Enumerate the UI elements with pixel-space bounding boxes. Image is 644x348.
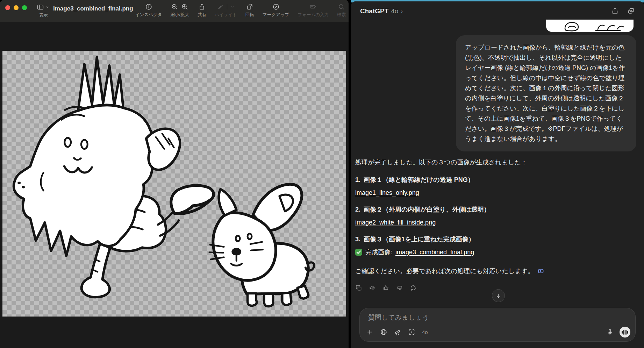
attachment-doodle bbox=[546, 20, 634, 32]
plus-icon bbox=[366, 328, 373, 336]
regenerate-icon bbox=[410, 284, 417, 291]
chevron-down-icon bbox=[45, 5, 50, 9]
zoom-in-icon[interactable] bbox=[181, 3, 188, 10]
zoom-buttons[interactable]: 縮小/拡大 bbox=[170, 2, 189, 18]
markup-button[interactable]: マークアップ bbox=[263, 2, 289, 18]
duplicate-icon bbox=[627, 7, 635, 15]
telescope-icon bbox=[394, 328, 401, 336]
share-icon bbox=[198, 3, 206, 10]
close-button[interactable] bbox=[5, 5, 10, 10]
highlight-button: ハイライト bbox=[215, 2, 237, 18]
screenshot-button[interactable] bbox=[408, 328, 415, 336]
window-title: image3_combined_final.png bbox=[53, 5, 133, 12]
attach-button[interactable] bbox=[366, 328, 373, 336]
item-title: 画像３（画像1を上に重ねた完成画像） bbox=[364, 236, 475, 243]
app-name: ChatGPT bbox=[360, 7, 388, 15]
voice-mode-button[interactable] bbox=[620, 327, 630, 338]
list-item: 2.画像２（外周の内側が白塗り、外側は透明） image2_white_fill… bbox=[355, 205, 635, 227]
cartoon-drawing bbox=[2, 51, 346, 317]
web-search-button[interactable] bbox=[380, 328, 387, 336]
rotate-button[interactable]: 回転 bbox=[245, 2, 254, 18]
share-button[interactable]: 共有 bbox=[198, 2, 206, 18]
file-link[interactable]: image1_lines_only.png bbox=[355, 189, 419, 196]
preview-window: 表示 image3_combined_final.png インスペクタ 縮小/拡… bbox=[0, 0, 349, 348]
preview-titlebar: 表示 image3_combined_final.png インスペクタ 縮小/拡… bbox=[0, 0, 349, 22]
thumbs-up-icon bbox=[382, 284, 389, 291]
transparent-image-view bbox=[2, 51, 346, 317]
arrow-down-icon bbox=[495, 293, 502, 299]
copy-icon bbox=[355, 284, 362, 291]
form-fill-button: フォームの入力 bbox=[298, 2, 329, 18]
highlight-pen-icon bbox=[217, 3, 224, 10]
preview-canvas bbox=[0, 22, 349, 348]
globe-icon bbox=[380, 328, 387, 336]
fullscreen-button[interactable] bbox=[22, 5, 27, 10]
export-icon bbox=[611, 7, 619, 15]
list-item: 1.画像１（線と輪郭線だけの透過 PNG） image1_lines_only.… bbox=[355, 175, 635, 198]
file-link[interactable]: image2_white_fill_inside.png bbox=[355, 219, 436, 226]
deep-research-button[interactable] bbox=[394, 328, 401, 336]
assistant-intro: 処理が完了しました。以下の３つの画像が生成されました： bbox=[355, 157, 635, 167]
chevron-down-icon bbox=[230, 5, 235, 9]
speaker-icon bbox=[369, 284, 376, 291]
microphone-icon bbox=[606, 328, 614, 336]
screenshot-icon bbox=[408, 328, 415, 336]
new-window-button[interactable] bbox=[627, 7, 635, 15]
zoom-out-icon[interactable] bbox=[171, 3, 178, 10]
item-title: 画像２（外周の内側が白塗り、外側は透明） bbox=[364, 206, 490, 213]
inspector-button[interactable]: インスペクタ bbox=[135, 2, 162, 18]
attachment-image-fragment[interactable] bbox=[546, 20, 634, 32]
thumbs-down-icon bbox=[396, 284, 403, 291]
sidebar-toggle-button[interactable]: 表示 bbox=[35, 2, 52, 18]
search-icon bbox=[338, 3, 345, 10]
user-message-text: アップロードされた画像から、輪郭線と線だけを元の色 (黒色)、不透明で抽出し、そ… bbox=[465, 44, 625, 142]
user-message-bubble: アップロードされた画像から、輪郭線と線だけを元の色 (黒色)、不透明で抽出し、そ… bbox=[456, 35, 636, 151]
regenerate-button[interactable] bbox=[410, 284, 417, 291]
file-link[interactable]: image3_combined_final.png bbox=[395, 247, 474, 257]
info-icon bbox=[145, 3, 152, 10]
good-response-button[interactable] bbox=[382, 284, 389, 291]
rotate-icon bbox=[246, 3, 253, 10]
toolbar-divider bbox=[227, 4, 227, 9]
preview-toolbar: インスペクタ 縮小/拡大 共有 ハイライト bbox=[135, 2, 346, 18]
dictate-button[interactable] bbox=[606, 328, 614, 336]
chatgpt-window: ChatGPT 4o › アップロードされた画像から、輪郭線と線だけを元の色 (… bbox=[351, 1, 644, 348]
model-switcher[interactable]: ChatGPT 4o › bbox=[360, 7, 403, 15]
scroll-to-bottom-button[interactable] bbox=[492, 289, 505, 302]
search-button: 検索 bbox=[337, 2, 346, 18]
composer-model-badge[interactable]: 4o bbox=[422, 329, 428, 335]
copy-button[interactable] bbox=[355, 284, 362, 291]
markup-icon bbox=[272, 3, 280, 10]
assistant-message: 処理が完了しました。以下の３つの画像が生成されました： 1.画像１（線と輪郭線だ… bbox=[355, 157, 635, 291]
read-aloud-button[interactable] bbox=[369, 284, 376, 291]
chevron-right-icon: › bbox=[401, 8, 403, 15]
chat-header: ChatGPT 4o › bbox=[351, 1, 644, 21]
memory-icon[interactable] bbox=[537, 268, 544, 275]
minimize-button[interactable] bbox=[14, 5, 19, 10]
form-fill-icon bbox=[309, 3, 317, 10]
voice-mode-icon bbox=[622, 331, 623, 334]
model-name: 4o bbox=[391, 7, 398, 15]
message-input[interactable] bbox=[368, 314, 578, 321]
item-number: 2. bbox=[355, 205, 360, 214]
item-title: 画像１（線と輪郭線だけの透過 PNG） bbox=[364, 176, 474, 183]
check-mark-icon bbox=[355, 249, 362, 256]
composer: 4o bbox=[359, 308, 636, 342]
item-number: 3. bbox=[355, 234, 360, 244]
item-number: 1. bbox=[355, 175, 360, 185]
list-item: 3.画像３（画像1を上に重ねた完成画像） 完成画像: image3_combin… bbox=[355, 234, 635, 257]
bad-response-button[interactable] bbox=[396, 284, 403, 291]
final-image-label: 完成画像: bbox=[365, 247, 392, 257]
sidebar-toggle-label: 表示 bbox=[35, 12, 52, 18]
assistant-outro: ご確認ください。必要であれば次の処理にも対応いたします。 bbox=[355, 266, 534, 276]
sidebar-icon bbox=[37, 3, 44, 11]
share-chat-button[interactable] bbox=[611, 7, 619, 15]
